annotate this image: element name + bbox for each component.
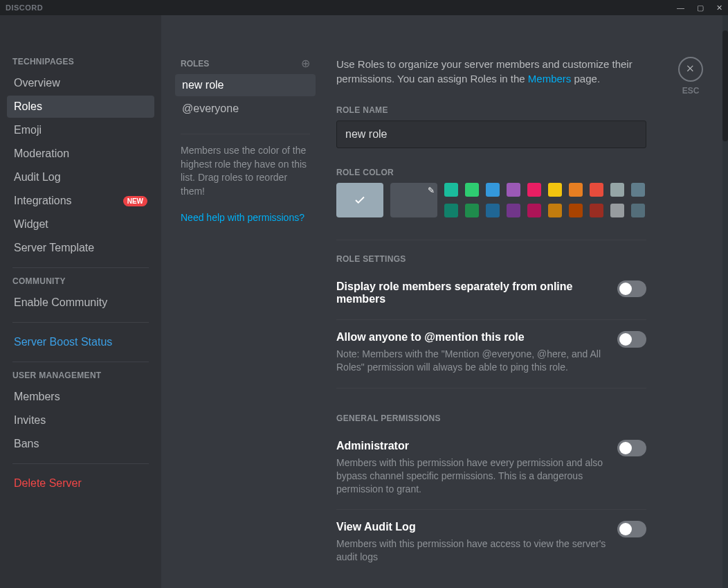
divider: [181, 134, 310, 134]
roles-list-header: ROLES: [181, 59, 209, 69]
close-label: ESC: [682, 86, 700, 96]
sidebar-item-widget[interactable]: Widget: [7, 213, 154, 235]
sidebar-header-user-mgmt: USER MANAGEMENT: [7, 371, 154, 386]
scrollbar-track[interactable]: [722, 15, 728, 588]
setting-note: Members with this permission have access…: [336, 537, 613, 564]
sidebar-item-roles[interactable]: Roles: [7, 96, 154, 118]
color-swatch[interactable]: [610, 204, 624, 217]
color-swatch[interactable]: [569, 183, 583, 197]
window-minimize-icon[interactable]: —: [677, 4, 684, 12]
color-swatch[interactable]: [465, 183, 479, 197]
toggle-knob: [619, 283, 632, 295]
divider: [12, 463, 149, 464]
role-settings-label: ROLE SETTINGS: [336, 254, 680, 264]
close-icon: [685, 64, 696, 75]
close-button[interactable]: [678, 57, 703, 82]
color-swatch[interactable]: [527, 204, 541, 217]
sidebar-item-server-boost[interactable]: Server Boost Status: [7, 331, 154, 353]
divider: [12, 362, 149, 362]
perm-administrator: Administrator Members with this permissi…: [336, 429, 646, 510]
color-swatch[interactable]: [486, 183, 500, 197]
role-item-everyone[interactable]: @everyone: [175, 98, 316, 120]
toggle-knob: [619, 442, 632, 454]
toggle-allow-mention[interactable]: [617, 331, 646, 348]
divider: [12, 322, 149, 323]
sidebar-header-server: TECHNIPAGES: [7, 57, 154, 72]
window-maximize-icon[interactable]: ▢: [697, 4, 704, 12]
color-swatch[interactable]: [590, 183, 603, 197]
general-permissions-label: GENERAL PERMISSIONS: [336, 413, 680, 423]
color-swatch[interactable]: [610, 183, 624, 197]
window-controls: — ▢ ✕: [677, 4, 722, 12]
sidebar-item-enable-community[interactable]: Enable Community: [7, 292, 154, 314]
eyedropper-icon: ✎: [428, 186, 435, 195]
color-swatch[interactable]: [444, 183, 458, 197]
role-item-new-role[interactable]: new role: [175, 74, 316, 96]
toggle-view-audit-log[interactable]: [617, 521, 646, 537]
roles-intro-text: Use Roles to organize your server member…: [336, 57, 655, 86]
sidebar-item-delete-server[interactable]: Delete Server: [7, 472, 154, 495]
color-swatch[interactable]: [465, 204, 479, 217]
color-swatch[interactable]: [631, 204, 645, 217]
divider: [12, 267, 149, 268]
color-swatch[interactable]: [548, 183, 562, 197]
setting-note: Note: Members with the "Mention @everyon…: [336, 348, 613, 374]
roles-list-column: ROLES ⊕ new role @everyone Members use t…: [161, 15, 322, 588]
color-swatch[interactable]: [527, 183, 541, 197]
role-name-input[interactable]: [336, 121, 646, 148]
toggle-administrator[interactable]: [617, 440, 646, 456]
color-swatch[interactable]: [569, 204, 583, 217]
sidebar-item-invites[interactable]: Invites: [7, 409, 154, 431]
setting-title: View Audit Log: [336, 521, 613, 533]
setting-display-separately: Display role members separately from onl…: [336, 269, 646, 320]
sidebar-item-emoji[interactable]: Emoji: [7, 119, 154, 141]
settings-sidebar: TECHNIPAGES Overview Roles Emoji Moderat…: [0, 15, 161, 588]
sidebar-item-server-template[interactable]: Server Template: [7, 237, 154, 259]
color-swatch[interactable]: [486, 204, 500, 217]
titlebar: DISCORD — ▢ ✕: [0, 0, 728, 15]
perm-view-audit-log: View Audit Log Members with this permiss…: [336, 510, 646, 564]
setting-title: Allow anyone to @mention this role: [336, 331, 613, 344]
toggle-knob: [619, 333, 632, 346]
checkmark-icon: [354, 194, 366, 206]
permissions-help-link[interactable]: Need help with permissions?: [175, 212, 310, 223]
setting-title: Administrator: [336, 440, 613, 452]
members-link[interactable]: Members: [528, 73, 572, 84]
setting-title: Display role members separately from onl…: [336, 280, 617, 305]
sidebar-item-integrations[interactable]: Integrations NEW: [7, 190, 154, 212]
role-color-label: ROLE COLOR: [336, 168, 680, 177]
sidebar-item-audit-log[interactable]: Audit Log: [7, 166, 154, 188]
sidebar-header-community: COMMUNITY: [7, 276, 154, 292]
roles-reorder-note: Members use the color of the highest rol…: [175, 144, 316, 198]
role-name-label: ROLE NAME: [336, 105, 680, 115]
color-swatch[interactable]: [590, 204, 603, 217]
sidebar-item-overview[interactable]: Overview: [7, 72, 154, 94]
window-close-icon[interactable]: ✕: [716, 4, 722, 12]
color-default-swatch[interactable]: [336, 183, 383, 217]
color-swatch[interactable]: [548, 204, 562, 217]
scrollbar-thumb[interactable]: [722, 30, 728, 141]
color-grid: [444, 183, 645, 217]
sidebar-item-moderation[interactable]: Moderation: [7, 143, 154, 165]
color-swatch[interactable]: [507, 183, 520, 197]
color-custom-swatch[interactable]: ✎: [390, 183, 437, 217]
toggle-knob: [619, 523, 632, 535]
sidebar-item-bans[interactable]: Bans: [7, 433, 154, 455]
role-editor-panel: ESC Use Roles to organize your server me…: [322, 15, 728, 588]
color-swatch[interactable]: [444, 204, 458, 217]
setting-allow-mention: Allow anyone to @mention this role Note:…: [336, 320, 646, 389]
color-swatch[interactable]: [507, 204, 520, 217]
sidebar-item-members[interactable]: Members: [7, 386, 154, 408]
add-role-icon[interactable]: ⊕: [301, 57, 310, 70]
setting-note: Members with this permission have every …: [336, 456, 613, 496]
app-brand: DISCORD: [6, 3, 43, 12]
color-swatch[interactable]: [631, 183, 645, 197]
divider: [336, 240, 646, 240]
new-badge: NEW: [123, 196, 147, 206]
toggle-display-separately[interactable]: [617, 280, 646, 297]
